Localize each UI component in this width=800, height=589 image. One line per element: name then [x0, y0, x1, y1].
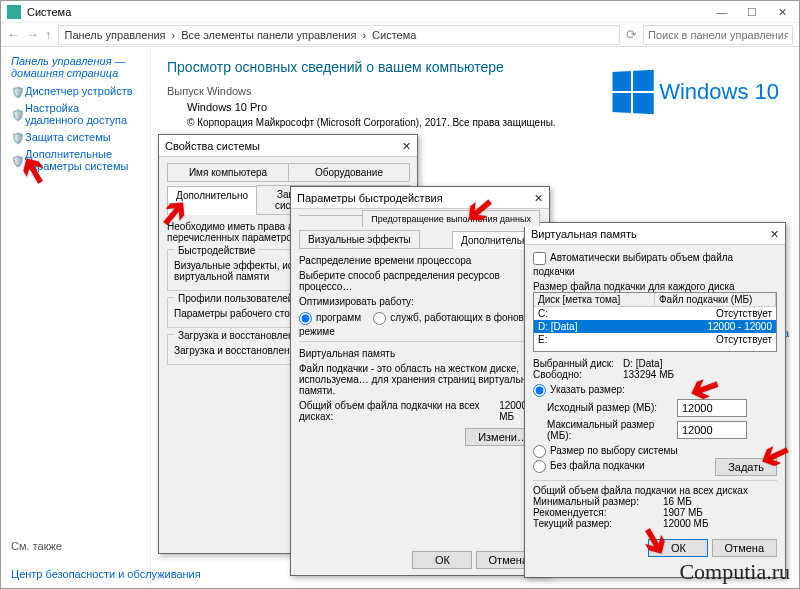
dialog-titlebar: Параметры быстродействия ✕ [291, 187, 549, 209]
titlebar: Система — ☐ ✕ [1, 1, 799, 23]
search-input[interactable] [643, 25, 793, 45]
performance-options-dialog: Параметры быстродействия ✕ Предотвращени… [290, 186, 550, 576]
col-disk: Диск [метка тома] [534, 293, 655, 306]
shield-icon: 🛡️ [11, 109, 21, 119]
initial-size-input[interactable] [677, 399, 747, 417]
free-value: 133294 МБ [623, 369, 674, 380]
dialog-title: Свойства системы [165, 135, 260, 156]
sidebar: Панель управления — домашняя страница 🛡️… [1, 47, 151, 588]
breadcrumb-item[interactable]: Все элементы панели управления [181, 29, 356, 41]
shield-icon: 🛡️ [11, 155, 21, 165]
tab-dep[interactable]: Предотвращение выполнения данных [362, 210, 540, 227]
window-title: Система [27, 6, 71, 18]
opt-system-managed[interactable]: Размер по выбору системы [533, 445, 777, 458]
sidebar-item-protection[interactable]: 🛡️Защита системы [11, 131, 140, 143]
toolbar: ← → ↑ Панель управления› Все элементы па… [1, 23, 799, 47]
windows-logo-icon [613, 70, 654, 114]
vm-total-label: Общий объем файла подкачки на всех диска… [299, 400, 499, 422]
auto-checkbox[interactable]: Автоматически выбирать объем файла подка… [533, 252, 733, 277]
disk-list[interactable]: Диск [метка тома] Файл подкачки (МБ) C:О… [533, 292, 777, 352]
tab-visual-effects[interactable]: Визуальные эффекты [299, 230, 420, 248]
refresh-icon[interactable]: ⟳ [626, 27, 637, 42]
sidebar-item-advanced[interactable]: 🛡️Дополнительные параметры системы [11, 148, 140, 172]
initial-label: Исходный размер (МБ): [547, 402, 677, 413]
dialog-titlebar: Свойства системы ✕ [159, 135, 417, 157]
col-pagefile: Файл подкачки (МБ) [655, 293, 776, 306]
opt-no-pagefile[interactable]: Без файла подкачки [533, 460, 645, 473]
proc-text: Выберите способ распределения ресурсов п… [299, 270, 541, 292]
vm-text: Файл подкачки - это область на жестком д… [299, 363, 541, 396]
close-button[interactable]: ✕ [767, 3, 797, 21]
sidebar-item-devmgr[interactable]: 🛡️Диспетчер устройств [11, 85, 140, 97]
close-icon[interactable]: ✕ [770, 223, 779, 244]
shield-icon: 🛡️ [11, 86, 21, 96]
svg-rect-0 [7, 5, 21, 19]
breadcrumb-item[interactable]: Панель управления [65, 29, 166, 41]
tabs-row1: Имя компьютера Оборудование [167, 163, 409, 182]
vm-title: Виртуальная память [299, 348, 541, 359]
system-icon [7, 5, 21, 19]
list-label: Размер файла подкачки для каждого диска [533, 281, 777, 292]
disk-row-c[interactable]: C:Отсутствует [534, 307, 776, 320]
minimize-button[interactable]: — [707, 3, 737, 21]
proc-opt-label: Оптимизировать работу: [299, 296, 541, 307]
breadcrumb-item[interactable]: Система [372, 29, 416, 41]
brand-text: Windows 10 [659, 79, 779, 105]
maximize-button[interactable]: ☐ [737, 3, 767, 21]
breadcrumb[interactable]: Панель управления› Все элементы панели у… [58, 25, 621, 45]
max-size-input[interactable] [677, 421, 747, 439]
tab-computername[interactable]: Имя компьютера [167, 163, 289, 181]
close-icon[interactable]: ✕ [402, 135, 411, 156]
disk-row-e[interactable]: E:Отсутствует [534, 333, 776, 346]
opt-programs[interactable]: программ [299, 312, 361, 323]
ok-button[interactable]: ОК [412, 551, 472, 569]
tab-advanced[interactable]: Дополнительно [167, 186, 257, 215]
windows-logo: Windows 10 [611, 71, 779, 113]
proc-title: Распределение времени процессора [299, 255, 541, 266]
close-icon[interactable]: ✕ [534, 187, 543, 208]
set-button[interactable]: Задать [715, 458, 777, 476]
sidebar-item-remote[interactable]: 🛡️Настройка удаленного доступа [11, 102, 140, 126]
back-icon[interactable]: ← [7, 27, 20, 42]
see-also-label: См. также [11, 540, 62, 552]
window-controls: — ☐ ✕ [707, 3, 797, 21]
dialog-titlebar: Виртуальная память ✕ [525, 223, 785, 245]
ok-button[interactable]: ОК [648, 539, 708, 557]
max-label: Максимальный размер (МБ): [547, 419, 677, 441]
dialog-title: Виртуальная память [531, 223, 637, 244]
total-section-label: Общий объем файла подкачки на всех диска… [533, 485, 777, 496]
dialog-title: Параметры быстродействия [297, 187, 443, 208]
security-center-link[interactable]: Центр безопасности и обслуживания [11, 568, 201, 580]
watermark: Computia.ru [679, 559, 790, 585]
shield-icon: 🛡️ [11, 132, 21, 142]
copyright: © Корпорация Майкрософт (Microsoft Corpo… [167, 117, 783, 128]
perf-tabs: Предотвращение выполнения данных [299, 215, 541, 216]
virtual-memory-dialog: Виртуальная память ✕ Автоматически выбир… [524, 222, 786, 578]
cancel-button[interactable]: Отмена [712, 539, 777, 557]
selected-disk-label: Выбранный диск: [533, 358, 623, 369]
tab-hardware[interactable]: Оборудование [288, 163, 410, 181]
up-icon[interactable]: ↑ [45, 27, 52, 42]
disk-row-d[interactable]: D: [Data]12000 - 12000 [534, 320, 776, 333]
sidebar-heading[interactable]: Панель управления — домашняя страница [11, 55, 140, 79]
opt-custom-size[interactable]: Указать размер: [533, 384, 777, 397]
forward-icon[interactable]: → [26, 27, 39, 42]
free-label: Свободно: [533, 369, 623, 380]
perf-tabs2: Визуальные эффекты Дополнительно [299, 230, 541, 249]
selected-disk-value: D: [Data] [623, 358, 662, 369]
